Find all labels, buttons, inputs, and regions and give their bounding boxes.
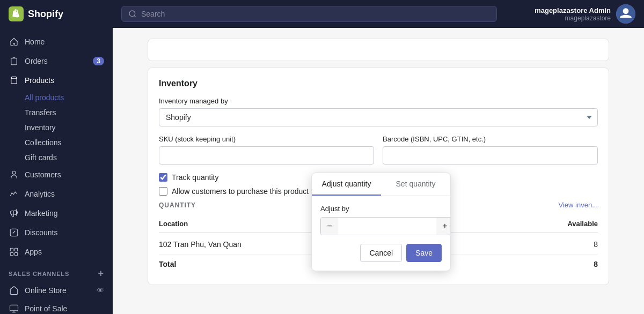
quantity-section-label: QUANTITY (159, 201, 196, 209)
search-input[interactable] (141, 10, 490, 18)
view-inventory-link[interactable]: View inven... (559, 201, 598, 209)
svg-rect-4 (10, 253, 13, 256)
decrement-button[interactable]: − (321, 218, 338, 235)
sidebar-item-products[interactable]: Products (0, 71, 113, 90)
transfers-label: Transfers (25, 108, 56, 117)
cancel-button[interactable]: Cancel (360, 244, 402, 262)
user-info[interactable]: mageplazastore Admin mageplazastore (535, 4, 635, 24)
allow-purchase-checkbox[interactable] (159, 187, 167, 196)
collections-label: Collections (25, 138, 61, 147)
total-label: Total (159, 260, 298, 268)
user-name: mageplazastore Admin (535, 6, 611, 14)
sidebar-item-apps-label: Apps (25, 248, 42, 256)
popup-controls-row: Adjust by − + New quantity 8 (320, 205, 442, 235)
sidebar-item-point-of-sale[interactable]: Point of Sale (0, 300, 113, 314)
sidebar-subitem-collections[interactable]: Collections (0, 135, 113, 150)
adjust-input[interactable] (338, 219, 436, 234)
adjust-by-label: Adjust by (320, 205, 451, 213)
barcode-group: Barcode (ISBN, UPC, GTIN, etc.) (383, 135, 598, 165)
marketing-icon (9, 208, 19, 219)
sku-barcode-row: SKU (stock keeping unit) Barcode (ISBN, … (159, 135, 598, 173)
save-button[interactable]: Save (406, 244, 442, 262)
eye-icon[interactable]: 👁 (97, 286, 104, 295)
svg-rect-2 (10, 248, 13, 251)
barcode-label: Barcode (ISBN, UPC, GTIN, etc.) (383, 135, 598, 143)
online-store-label: Online Store (25, 286, 67, 295)
apps-icon (9, 246, 19, 257)
col-location: Location (159, 220, 298, 228)
popup-tabs: Adjust quantity Set quantity (312, 173, 450, 196)
adjust-quantity-popup: Adjust quantity Set quantity Adjust by −… (311, 173, 451, 271)
track-quantity-checkbox[interactable] (159, 173, 167, 182)
managed-by-label: Inventory managed by (159, 97, 598, 105)
sales-channels-label: SALES CHANNELS + (0, 261, 113, 281)
sidebar-item-online-store[interactable]: Online Store 👁 (0, 281, 113, 300)
svg-rect-3 (15, 248, 18, 251)
analytics-icon (9, 189, 19, 199)
sidebar-item-customers[interactable]: Customers (0, 165, 113, 184)
sku-group: SKU (stock keeping unit) (159, 135, 374, 165)
point-of-sale-label: Point of Sale (25, 304, 67, 313)
products-submenu: All products Transfers Inventory Collect… (0, 90, 113, 165)
avatar[interactable] (616, 4, 635, 24)
sidebar-item-marketing[interactable]: Marketing (0, 204, 113, 223)
sidebar-item-orders-label: Orders (25, 57, 48, 65)
inventory-label: Inventory (25, 123, 56, 132)
sidebar-subitem-all-products[interactable]: All products (0, 90, 113, 105)
gift-cards-label: Gift cards (25, 153, 57, 162)
topbar-right: mageplazastore Admin mageplazastore (535, 4, 635, 24)
search-icon (128, 10, 137, 18)
sidebar-subitem-transfers[interactable]: Transfers (0, 105, 113, 120)
all-products-label: All products (25, 93, 64, 102)
home-icon (9, 36, 19, 47)
content-area: Inventory Inventory managed by Shopify D… (113, 28, 644, 314)
products-icon (9, 75, 19, 86)
shopify-logo-icon (9, 6, 24, 21)
sidebar-item-orders[interactable]: Orders 3 (0, 51, 113, 71)
inventory-section-title: Inventory (159, 79, 598, 88)
svg-point-0 (12, 171, 16, 174)
available-cell: 8 (459, 240, 598, 249)
orders-badge: 3 (93, 57, 104, 65)
adjust-controls: − + (320, 217, 451, 235)
add-sales-channel-icon[interactable]: + (98, 268, 104, 279)
increment-button[interactable]: + (436, 218, 451, 235)
sidebar-item-analytics-label: Analytics (25, 190, 55, 198)
sales-channels-heading: SALES CHANNELS (9, 271, 69, 277)
user-text: mageplazastore Admin mageplazastore (535, 6, 611, 22)
inventory-managed-by-group: Inventory managed by Shopify Don't track… (159, 97, 598, 126)
shopify-logo[interactable]: shopify (9, 6, 63, 21)
sidebar-item-marketing-label: Marketing (25, 209, 57, 218)
popup-actions: Cancel Save (320, 244, 442, 262)
track-quantity-label: Track quantity (172, 173, 218, 182)
popup-body: Adjust by − + New quantity 8 Cancel (312, 196, 450, 271)
tab-set-quantity[interactable]: Set quantity (381, 173, 450, 196)
sku-input[interactable] (159, 146, 374, 165)
adjust-by-section: Adjust by − + (320, 205, 451, 235)
svg-rect-5 (15, 253, 18, 256)
search-bar[interactable] (121, 6, 497, 22)
sidebar: shopify Home Orders 3 Products (0, 0, 113, 314)
top-card-stub (148, 39, 609, 61)
sidebar-subitem-inventory[interactable]: Inventory (0, 120, 113, 135)
total-available: 8 (459, 260, 598, 268)
online-store-icon (9, 285, 19, 296)
sidebar-subitem-gift-cards[interactable]: Gift cards (0, 150, 113, 165)
user-store: mageplazastore (535, 14, 611, 22)
sidebar-item-discounts[interactable]: Discounts (0, 223, 113, 242)
shopify-logo-text: shopify (28, 9, 63, 20)
managed-by-select[interactable]: Shopify Don't track inventory (159, 108, 598, 126)
online-store-actions: 👁 (97, 286, 104, 295)
sidebar-item-customers-label: Customers (25, 170, 61, 179)
sidebar-item-home[interactable]: Home (0, 32, 113, 51)
sidebar-item-home-label: Home (25, 38, 45, 46)
barcode-input[interactable] (383, 146, 598, 165)
orders-icon (9, 56, 19, 66)
sidebar-item-analytics[interactable]: Analytics (0, 184, 113, 204)
customers-icon (9, 169, 19, 180)
sidebar-item-apps[interactable]: Apps (0, 242, 113, 261)
tab-adjust-quantity[interactable]: Adjust quantity (312, 173, 381, 196)
sidebar-item-discounts-label: Discounts (25, 228, 57, 237)
sidebar-item-products-label: Products (25, 76, 54, 85)
svg-rect-6 (10, 305, 18, 311)
